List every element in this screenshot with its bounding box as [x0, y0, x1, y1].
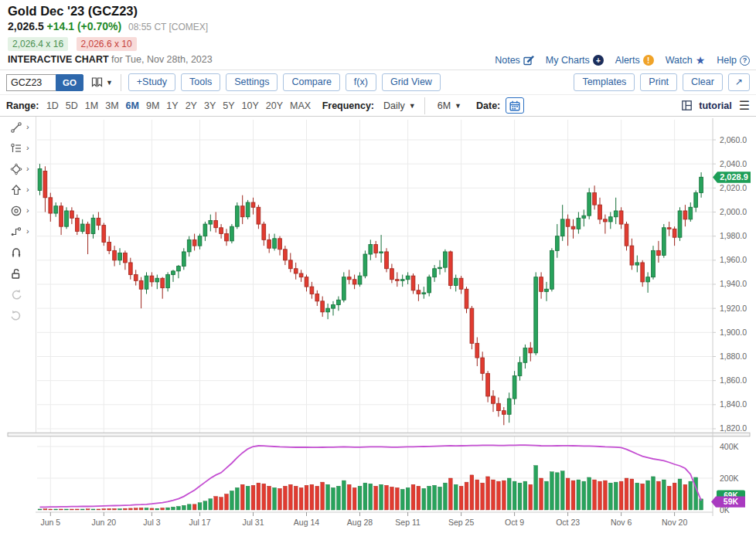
- range-9m[interactable]: 9M: [146, 100, 159, 111]
- range-10y[interactable]: 10Y: [242, 100, 259, 111]
- fibonacci-lines-icon: [10, 142, 22, 155]
- range-1m[interactable]: 1M: [85, 100, 98, 111]
- interactive-chart-date: for Tue, Nov 28th, 2023: [111, 54, 213, 65]
- range-6m-active[interactable]: 6M: [126, 100, 139, 111]
- toolbar-right-group: Templates Print Clear ↗: [574, 73, 750, 91]
- price-line: 2,026.5 +14.1 (+0.70%) 08:55 CT [COMEX]: [8, 20, 748, 34]
- shapes-tool[interactable]: ›: [0, 158, 36, 179]
- templates-button[interactable]: Templates: [574, 73, 635, 91]
- frequency-label: Frequency:: [322, 100, 374, 111]
- arrow-annotation-tool[interactable]: ›: [0, 179, 36, 200]
- quote-header: Gold Dec '23 (GCZ23) 2,026.5 +14.1 (+0.7…: [0, 0, 756, 70]
- alerts-link[interactable]: Alerts !: [615, 55, 654, 66]
- watch-link[interactable]: Watch ★: [666, 55, 706, 66]
- svg-text:2,040.0: 2,040.0: [720, 159, 747, 168]
- settings-button[interactable]: Settings: [226, 73, 278, 91]
- ask-chip: 2,026.6 x 10: [77, 37, 137, 51]
- clear-button[interactable]: Clear: [683, 73, 723, 91]
- svg-text:Jul 31: Jul 31: [242, 518, 264, 527]
- bid-ask-row: 2,026.4 x 16 2,026.6 x 10: [8, 37, 748, 51]
- svg-text:Sep 25: Sep 25: [448, 518, 474, 527]
- svg-text:Nov 20: Nov 20: [662, 518, 687, 527]
- lock-toggle[interactable]: [0, 263, 36, 284]
- fx-button[interactable]: f(x): [346, 73, 376, 91]
- svg-text:1,960.0: 1,960.0: [720, 255, 747, 264]
- notes-link[interactable]: Notes: [495, 55, 534, 66]
- range-3y[interactable]: 3Y: [204, 100, 216, 111]
- last-price-badge: 2,028.9: [713, 172, 751, 182]
- magnet-toggle[interactable]: [0, 242, 36, 263]
- trend-line-tool[interactable]: ›: [0, 117, 36, 138]
- range-5d[interactable]: 5D: [66, 100, 78, 111]
- open-interest-badge: 59K: [711, 497, 745, 508]
- range-1y[interactable]: 1Y: [166, 100, 178, 111]
- polygon-shape-icon: [10, 163, 22, 175]
- svg-text:Jul 17: Jul 17: [189, 518, 210, 527]
- svg-text:1,840.0: 1,840.0: [720, 399, 747, 409]
- grid-view-button[interactable]: Grid View: [382, 73, 441, 91]
- frequency-select[interactable]: Daily ▼: [383, 100, 416, 111]
- help-link[interactable]: Help ?: [717, 55, 750, 66]
- drawing-tools-panel: › › › ›: [0, 117, 36, 325]
- expand-arrow-icon: ↗: [735, 76, 743, 87]
- chevron-down-icon: ▼: [409, 102, 416, 110]
- period-select[interactable]: 6M ▼: [438, 100, 461, 111]
- add-study-button[interactable]: +Study: [128, 73, 175, 91]
- svg-text:1,980.0: 1,980.0: [720, 231, 747, 240]
- tutorial-window-icon: [682, 100, 692, 110]
- range-3m[interactable]: 3M: [105, 100, 118, 111]
- svg-text:Jun 20: Jun 20: [92, 518, 117, 527]
- print-button[interactable]: Print: [640, 73, 677, 91]
- my-charts-label: My Charts: [546, 55, 590, 66]
- calendar-button[interactable]: [506, 97, 524, 114]
- chevron-right-icon: ›: [26, 144, 29, 152]
- chevron-right-icon: ›: [26, 185, 29, 194]
- symbol-input[interactable]: [6, 74, 56, 91]
- chevron-down-icon: ▼: [106, 79, 113, 87]
- svg-text:Jul 3: Jul 3: [143, 518, 160, 527]
- range-20y[interactable]: 20Y: [266, 100, 283, 111]
- plus-circle-icon: +: [593, 55, 604, 66]
- range-max[interactable]: MAX: [290, 100, 311, 111]
- svg-text:1,900.0: 1,900.0: [720, 328, 747, 337]
- undo-button[interactable]: [0, 284, 36, 304]
- range-5y[interactable]: 5Y: [223, 100, 234, 111]
- range-right-group: tutorial ☰: [682, 100, 750, 112]
- range-1d[interactable]: 1D: [46, 100, 59, 111]
- measure-tool[interactable]: ›: [0, 221, 36, 242]
- question-circle-icon: ?: [740, 56, 750, 66]
- compare-button[interactable]: Compare: [283, 73, 339, 91]
- expand-chart-button[interactable]: ↗: [728, 73, 750, 91]
- unlocked-padlock-icon: [10, 267, 22, 280]
- svg-text:Aug 14: Aug 14: [294, 518, 319, 527]
- chevron-right-icon: ›: [26, 227, 29, 236]
- measure-icon: [10, 226, 22, 238]
- range-2y[interactable]: 2Y: [186, 100, 197, 111]
- redo-button[interactable]: [0, 304, 36, 325]
- svg-text:1,820.0: 1,820.0: [720, 423, 747, 433]
- star-icon: ★: [696, 55, 706, 66]
- calendar-icon: [509, 100, 520, 111]
- bid-chip: 2,026.4 x 16: [8, 37, 68, 51]
- my-charts-link[interactable]: My Charts +: [546, 55, 604, 66]
- svg-text:Oct 9: Oct 9: [505, 518, 524, 527]
- go-button[interactable]: GO: [56, 74, 83, 91]
- tools-button[interactable]: Tools: [181, 73, 220, 91]
- header-links: Notes My Charts + Alerts ! Watch ★ Help …: [495, 55, 750, 66]
- period-value: 6M: [438, 100, 451, 111]
- range-bar: Range: 1D 5D 1M 3M 6M 9M 1Y 2Y 3Y 5Y 10Y…: [0, 94, 756, 117]
- svg-text:59K: 59K: [724, 497, 739, 506]
- date-label: Date:: [476, 100, 500, 111]
- pane-separator: [8, 433, 750, 436]
- undo-icon: [10, 288, 22, 301]
- grid-layer: [37, 120, 713, 510]
- price-chart[interactable]: 2,060.02,040.02,020.02,000.01,980.01,960…: [0, 117, 756, 535]
- tutorial-link[interactable]: tutorial: [699, 100, 731, 111]
- ellipse-tool[interactable]: ›: [0, 200, 36, 221]
- chart-area: 2,060.02,040.02,020.02,000.01,980.01,960…: [0, 117, 756, 535]
- chart-menu-icon[interactable]: ☰: [739, 100, 750, 112]
- symbol-flags-control[interactable]: ▼: [90, 77, 113, 88]
- toolbar-divider: [121, 74, 121, 91]
- fibonacci-lines-tool[interactable]: ›: [0, 138, 36, 158]
- quote-time: 08:55 CT [COMEX]: [128, 22, 208, 32]
